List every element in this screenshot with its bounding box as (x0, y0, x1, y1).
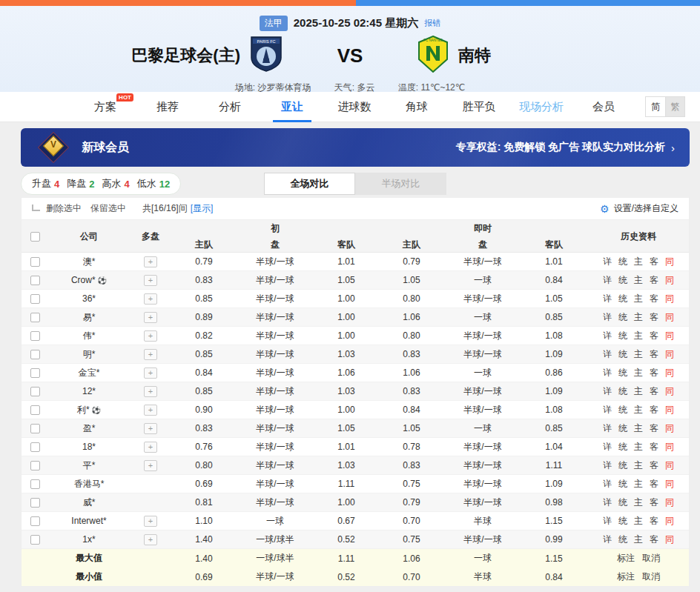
history-link-统[interactable]: 统 (618, 422, 627, 435)
company-name[interactable]: 易* (48, 311, 130, 324)
history-link-详[interactable]: 详 (603, 385, 612, 398)
history-link-主[interactable]: 主 (634, 330, 643, 342)
company-name[interactable]: 金宝* (48, 367, 130, 379)
history-link-同[interactable]: 同 (665, 422, 674, 435)
history-link-同[interactable]: 同 (665, 293, 674, 305)
history-link-主[interactable]: 主 (634, 367, 643, 379)
summary-action-取消[interactable]: 取消 (642, 552, 660, 565)
history-link-客[interactable]: 客 (650, 533, 658, 546)
company-name[interactable]: 伟* (48, 330, 130, 342)
expand-multi-button[interactable]: + (144, 386, 157, 397)
nav-tab-方案[interactable]: 方案HOT (74, 92, 136, 122)
nav-tab-角球[interactable]: 角球 (386, 92, 448, 122)
history-link-主[interactable]: 主 (634, 515, 643, 528)
history-link-客[interactable]: 客 (650, 404, 658, 416)
history-link-同[interactable]: 同 (665, 274, 674, 287)
history-link-统[interactable]: 统 (618, 367, 627, 379)
row-checkbox[interactable] (30, 516, 40, 526)
keep-selected-button[interactable]: 保留选中 (90, 202, 126, 215)
history-link-主[interactable]: 主 (634, 533, 643, 546)
history-link-统[interactable]: 统 (618, 441, 627, 453)
history-link-主[interactable]: 主 (634, 422, 643, 435)
row-checkbox[interactable] (30, 442, 40, 452)
settings-button[interactable]: ⚙ 设置/选择自定义 (600, 202, 678, 215)
row-checkbox[interactable] (30, 405, 40, 415)
history-link-主[interactable]: 主 (634, 385, 643, 398)
row-checkbox[interactable] (30, 368, 40, 378)
history-link-统[interactable]: 统 (618, 330, 627, 342)
row-checkbox[interactable] (30, 276, 40, 285)
history-link-统[interactable]: 统 (618, 404, 627, 416)
lang-simplified-button[interactable]: 简 (646, 97, 665, 116)
report-error-link[interactable]: 报错 (424, 18, 440, 29)
history-link-详[interactable]: 详 (603, 404, 612, 416)
row-checkbox[interactable] (30, 498, 40, 508)
delete-selected-button[interactable]: 删除选中 (46, 202, 82, 215)
expand-multi-button[interactable]: + (144, 405, 157, 416)
nav-tab-推荐[interactable]: 推荐 (136, 92, 199, 122)
company-name[interactable]: Crow*⚽ (48, 275, 130, 285)
company-name[interactable]: 1x* (48, 534, 130, 545)
company-name[interactable]: 威* (48, 496, 130, 509)
summary-action-取消[interactable]: 取消 (642, 571, 660, 583)
history-link-统[interactable]: 统 (618, 533, 627, 546)
history-link-主[interactable]: 主 (634, 348, 643, 361)
history-link-详[interactable]: 详 (603, 311, 612, 324)
row-checkbox[interactable] (30, 479, 40, 489)
nav-tab-会员[interactable]: 会员 (572, 92, 635, 122)
history-link-统[interactable]: 统 (618, 293, 627, 305)
history-link-详[interactable]: 详 (603, 293, 612, 305)
company-name[interactable]: 盈* (48, 422, 130, 435)
company-name[interactable]: 利*⚽ (48, 404, 130, 416)
row-checkbox[interactable] (30, 461, 40, 470)
row-checkbox[interactable] (30, 387, 40, 396)
history-link-详[interactable]: 详 (603, 441, 612, 453)
history-link-详[interactable]: 详 (603, 459, 612, 472)
history-link-主[interactable]: 主 (634, 478, 643, 490)
history-link-主[interactable]: 主 (634, 256, 643, 268)
history-link-主[interactable]: 主 (634, 274, 643, 287)
history-link-详[interactable]: 详 (603, 274, 612, 287)
select-all-checkbox[interactable] (22, 231, 48, 242)
expand-multi-button[interactable]: + (144, 423, 157, 434)
history-link-详[interactable]: 详 (603, 367, 612, 379)
expand-multi-button[interactable]: + (144, 256, 157, 267)
history-link-统[interactable]: 统 (618, 385, 627, 398)
row-checkbox[interactable] (30, 294, 40, 304)
expand-multi-button[interactable]: + (144, 534, 157, 545)
history-link-统[interactable]: 统 (618, 459, 627, 472)
history-link-详[interactable]: 详 (603, 515, 612, 528)
expand-multi-button[interactable]: + (144, 516, 157, 527)
history-link-客[interactable]: 客 (650, 385, 658, 398)
history-link-客[interactable]: 客 (650, 441, 658, 453)
company-name[interactable]: 香港马* (48, 478, 130, 490)
nav-tab-亚让[interactable]: 亚让 (261, 92, 323, 122)
nav-tab-分析[interactable]: 分析 (199, 92, 261, 122)
history-link-详[interactable]: 详 (603, 496, 612, 509)
company-name[interactable]: Interwet* (48, 516, 130, 526)
history-link-客[interactable]: 客 (650, 496, 658, 509)
nav-tab-进球数[interactable]: 进球数 (323, 92, 386, 122)
expand-multi-button[interactable]: + (144, 367, 157, 379)
summary-action-标注[interactable]: 标注 (617, 571, 635, 583)
history-link-详[interactable]: 详 (603, 478, 612, 490)
history-link-同[interactable]: 同 (665, 404, 674, 416)
expand-multi-button[interactable]: + (144, 460, 157, 471)
history-link-同[interactable]: 同 (665, 441, 674, 453)
history-link-同[interactable]: 同 (665, 348, 674, 361)
company-name[interactable]: 澳* (48, 256, 130, 268)
history-link-详[interactable]: 详 (603, 422, 612, 435)
history-link-同[interactable]: 同 (665, 330, 674, 342)
history-link-统[interactable]: 统 (618, 256, 627, 268)
expand-multi-button[interactable]: + (144, 275, 157, 286)
expand-multi-button[interactable]: + (144, 330, 157, 342)
history-link-客[interactable]: 客 (650, 422, 658, 435)
row-checkbox[interactable] (30, 331, 40, 341)
history-link-同[interactable]: 同 (665, 515, 674, 528)
row-checkbox[interactable] (30, 424, 40, 433)
history-link-客[interactable]: 客 (650, 348, 658, 361)
history-link-统[interactable]: 统 (618, 274, 627, 287)
company-name[interactable]: 平* (48, 459, 130, 472)
expand-multi-button[interactable]: + (144, 312, 157, 323)
full-match-tab[interactable]: 全场对比 (264, 173, 355, 195)
